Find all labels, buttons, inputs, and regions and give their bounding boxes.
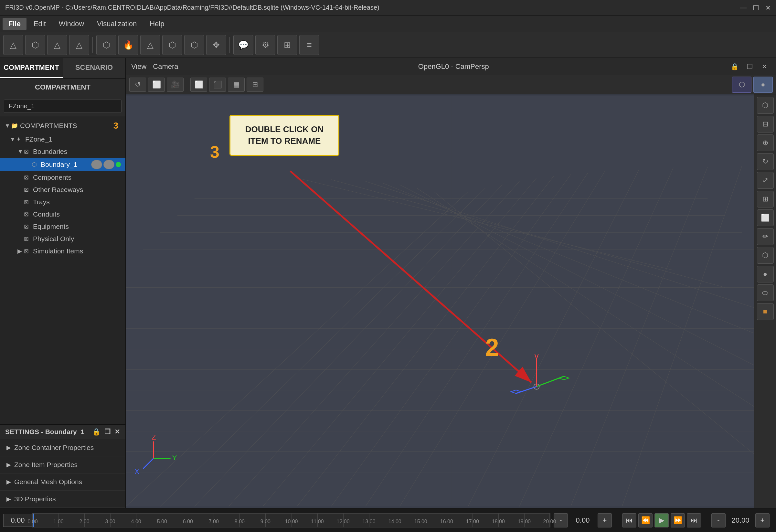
canvas-3d[interactable]: Y Z X xyxy=(126,95,776,508)
tree-trays[interactable]: ⊠ Trays xyxy=(0,196,126,208)
titlebar-title: FRI3D v0.OpenMP - C:/Users/Ram.CENTROIDL… xyxy=(5,4,379,11)
tb-open-button[interactable]: ⬡ xyxy=(25,35,45,55)
tb-fire-button[interactable]: 🔥 xyxy=(118,35,138,55)
vp-camera-btn[interactable]: 🎥 xyxy=(167,77,184,92)
search-input[interactable] xyxy=(4,100,122,113)
boundary1-icon: ⬡ xyxy=(32,161,41,168)
timeline-track[interactable]: 0.00 1.00 2.00 3.00 4.00 5.00 6.00 7.00 … xyxy=(32,513,550,527)
components-icon: ⊠ xyxy=(24,174,33,181)
phys-label: Physical Only xyxy=(33,235,121,243)
menu-visualization[interactable]: Visualization xyxy=(91,18,143,30)
tree-conduits[interactable]: ⊠ Conduits xyxy=(0,208,126,220)
tb-chat-button[interactable]: 💬 xyxy=(233,35,253,55)
tree-equipments[interactable]: ⊠ Equipments xyxy=(0,220,126,233)
minimize-button[interactable]: — xyxy=(740,4,747,12)
tb-mesh-button[interactable]: △ xyxy=(140,35,160,55)
rt-rotate-btn[interactable]: ↻ xyxy=(757,153,774,170)
settings-lock-icon[interactable]: 🔒 xyxy=(92,428,101,436)
rt-layers-btn[interactable]: ⊟ xyxy=(757,116,774,133)
tree-other-raceways[interactable]: ⊠ Other Raceways xyxy=(0,184,126,196)
tl-beginning-btn[interactable]: ⏮ xyxy=(622,513,636,527)
tl-tick-14: 14.00 xyxy=(395,513,395,527)
rt-perspective-btn[interactable]: ⬡ xyxy=(757,97,774,114)
vp-grid-btn[interactable]: ⊞ xyxy=(247,77,263,92)
rt-cylinder-btn[interactable]: ⬭ xyxy=(757,285,774,301)
vp-sphere-btn[interactable]: ● xyxy=(753,76,773,93)
titlebar-controls[interactable]: — ❐ ✕ xyxy=(740,4,771,12)
rt-sphere-btn[interactable]: ● xyxy=(757,266,774,283)
tb-settings-button[interactable]: ⚙ xyxy=(255,35,275,55)
tl-next-btn[interactable]: ⏩ xyxy=(670,513,685,527)
rt-grid2-btn[interactable]: ⊞ xyxy=(757,191,774,207)
tl-label-15: 15.00 xyxy=(414,519,427,525)
svg-text:X: X xyxy=(135,468,139,475)
tab-scenario[interactable]: SCENARIO xyxy=(63,58,126,78)
settings-close-icon[interactable]: ✕ xyxy=(115,428,120,436)
3d-arrow-icon: ▶ xyxy=(6,496,11,503)
vp-close-icon[interactable]: ✕ xyxy=(759,60,771,73)
tl-zoom-minus-btn[interactable]: - xyxy=(711,513,726,527)
menu-file[interactable]: File xyxy=(3,18,26,30)
vp-restore-icon[interactable]: ❐ xyxy=(744,60,756,73)
rt-move-btn[interactable]: ⊕ xyxy=(757,135,774,151)
trays-label: Trays xyxy=(33,198,121,206)
close-button[interactable]: ✕ xyxy=(765,4,771,12)
tb-save-button[interactable]: △ xyxy=(47,35,67,55)
tree-compartments-root[interactable]: ▼ 📁 COMPARTMENTS 3 xyxy=(0,118,126,133)
tb-new-button[interactable]: △ xyxy=(3,35,23,55)
settings-mesh-options[interactable]: ▶ General Mesh Options xyxy=(0,474,126,491)
tl-tick-10: 10.00 xyxy=(292,513,292,527)
rt-material-btn[interactable]: ■ xyxy=(757,303,774,320)
vis-btn-1[interactable] xyxy=(91,160,102,169)
tab-compartment[interactable]: COMPARTMENT xyxy=(0,58,63,78)
vp-box3-btn[interactable]: ▦ xyxy=(228,77,245,92)
rt-box-btn[interactable]: ⬡ xyxy=(757,247,774,264)
tb-move-button[interactable]: ✥ xyxy=(206,35,226,55)
settings-3d-props[interactable]: ▶ 3D Properties xyxy=(0,491,126,508)
compartment-sub-header: COMPARTMENT xyxy=(0,78,126,96)
rt-pen-btn[interactable]: ✏ xyxy=(757,228,774,245)
vp-lock-icon[interactable]: 🔒 xyxy=(729,60,741,73)
vp-box2-btn[interactable]: ⬛ xyxy=(209,77,226,92)
viewport-camera-label[interactable]: Camera xyxy=(153,62,178,71)
tree-boundary1[interactable]: ⬡ Boundary_1 xyxy=(0,158,126,171)
tl-speed-plus-btn[interactable]: + xyxy=(598,513,612,527)
tb-globe-button[interactable]: ⬡ xyxy=(184,35,204,55)
settings-restore-icon[interactable]: ❐ xyxy=(105,428,111,436)
main-layout: COMPARTMENT SCENARIO COMPARTMENT ▼ 📁 COM… xyxy=(0,58,776,508)
tl-end-btn[interactable]: ⏭ xyxy=(687,513,701,527)
settings-zone-item[interactable]: ▶ Zone Item Properties xyxy=(0,457,126,474)
tree-fzone1[interactable]: ▼ ✦ FZone_1 xyxy=(0,133,126,146)
annotation-num3: 3 xyxy=(210,143,219,161)
vp-cube-3d-btn[interactable]: ⬡ xyxy=(732,76,751,93)
viewport-view-label[interactable]: View xyxy=(131,62,146,71)
tl-play-btn[interactable]: ▶ xyxy=(654,513,669,527)
vis-btn-2[interactable] xyxy=(104,160,115,169)
tl-tick-13: 13.00 xyxy=(369,513,369,527)
menu-edit[interactable]: Edit xyxy=(28,18,52,30)
vp-rotate-btn[interactable]: ↺ xyxy=(129,77,146,92)
tl-tick-17: 17.00 xyxy=(472,513,473,527)
settings-zone-container[interactable]: ▶ Zone Container Properties xyxy=(0,439,126,457)
menu-window[interactable]: Window xyxy=(53,18,90,30)
tb-export-button[interactable]: △ xyxy=(69,35,89,55)
tb-grid-button[interactable]: ⊞ xyxy=(277,35,297,55)
tree-physical-only[interactable]: ⊠ Physical Only xyxy=(0,233,126,245)
tree-components[interactable]: ⊠ Components xyxy=(0,171,126,184)
menu-help[interactable]: Help xyxy=(144,18,170,30)
tl-zoom-plus-btn[interactable]: + xyxy=(755,513,770,527)
rt-scale-btn[interactable]: ⤢ xyxy=(757,172,774,189)
restore-button[interactable]: ❐ xyxy=(753,4,759,12)
mo-label: General Mesh Options xyxy=(14,478,82,486)
vp-select-btn[interactable]: ⬜ xyxy=(148,77,165,92)
tb-pkg-button[interactable]: ⬡ xyxy=(162,35,182,55)
tree-simulation-items[interactable]: ▶ ⊠ Simulation Items xyxy=(0,245,126,257)
rt-select2-btn[interactable]: ⬜ xyxy=(757,209,774,226)
tl-tick-0: 0.00 xyxy=(33,513,33,527)
tb-cube-button[interactable]: ⬡ xyxy=(96,35,116,55)
vp-box1-btn[interactable]: ⬜ xyxy=(190,77,207,92)
tb-sliders-button[interactable]: ≡ xyxy=(299,35,319,55)
or-icon: ⊠ xyxy=(24,186,33,193)
tl-prev-btn[interactable]: ⏪ xyxy=(638,513,652,527)
tree-boundaries[interactable]: ▼ ⊠ Boundaries xyxy=(0,146,126,158)
